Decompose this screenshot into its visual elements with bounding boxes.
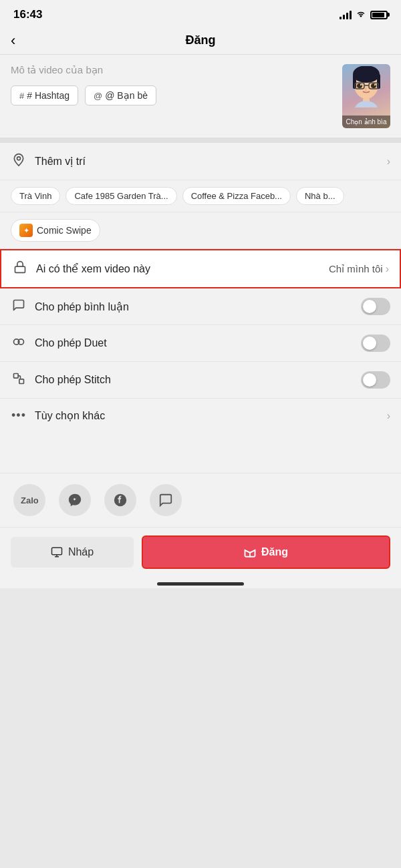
allow-comments-label: Cho phép bình luận [35, 300, 361, 313]
svg-point-7 [357, 83, 362, 88]
add-location-label: Thêm vị trí [35, 155, 387, 168]
post-icon [244, 546, 256, 558]
divider-1 [0, 138, 401, 143]
more-options-row[interactable]: ••• Tùy chọn khác › [0, 399, 401, 433]
svg-point-8 [371, 83, 376, 88]
more-options-label: Tùy chọn khác [35, 409, 387, 422]
status-icons [340, 9, 388, 20]
svg-point-9 [360, 83, 361, 85]
post-button[interactable]: Đăng [142, 535, 390, 569]
comic-swipe-icon: ✦ [19, 224, 33, 237]
hashtag-icon: # [19, 91, 24, 101]
facebook-icon [104, 484, 136, 516]
messenger-icon [59, 484, 91, 516]
thumbnail-image [342, 64, 390, 111]
at-icon: @ [94, 91, 102, 101]
who-can-watch-row[interactable]: Ai có thể xem video này Chỉ mình tôi › [0, 249, 401, 288]
main-content: Mô tả video của bạn # # Hashtag @ @ Bạn … [0, 55, 401, 588]
svg-rect-16 [14, 373, 19, 378]
friends-label: @ Bạn bè [105, 90, 148, 101]
allow-duet-label: Cho phép Duet [35, 337, 361, 349]
comment-icon [11, 298, 27, 315]
messenger-share-button[interactable] [59, 484, 91, 516]
location-section: Thêm vị trí › Trà Vinh Cafe 1985 Garden … [0, 143, 401, 212]
lock-icon [12, 260, 28, 277]
message-icon [150, 484, 182, 516]
duet-icon [11, 335, 27, 352]
svg-text:Zalo: Zalo [21, 495, 38, 505]
hashtag-button[interactable]: # # Hashtag [11, 85, 78, 105]
location-tag-4[interactable]: Nhà b... [296, 187, 344, 205]
svg-point-12 [17, 157, 21, 160]
draft-icon [51, 546, 63, 558]
svg-point-10 [374, 83, 375, 85]
description-left: Mô tả video của bạn # # Hashtag @ @ Bạn … [11, 64, 342, 105]
home-bar [157, 582, 244, 586]
duet-toggle[interactable] [361, 335, 390, 352]
draft-label: Nháp [68, 546, 94, 558]
facebook-share-button[interactable] [104, 484, 136, 516]
location-tag-3[interactable]: Coffee & Pizza Faceb... [182, 187, 291, 205]
svg-point-19 [114, 494, 126, 506]
friends-button[interactable]: @ @ Bạn bè [85, 85, 156, 105]
location-chevron-icon: › [387, 156, 390, 168]
battery-icon [370, 11, 388, 19]
status-bar: 16:43 [0, 0, 401, 27]
comments-toggle[interactable] [361, 298, 390, 315]
svg-rect-17 [19, 379, 24, 383]
signal-icon [340, 10, 352, 19]
more-options-icon: ••• [11, 409, 27, 423]
zalo-icon: Zalo [13, 484, 45, 516]
who-can-watch-label: Ai có thể xem video này [36, 262, 329, 275]
stitch-icon [11, 372, 27, 389]
share-row: Zalo [0, 473, 401, 527]
tag-buttons: # # Hashtag @ @ Bạn bè [11, 85, 342, 105]
page-title: Đăng [186, 33, 216, 47]
allow-stitch-row: Cho phép Stitch [0, 362, 401, 399]
comic-swipe-label: Comic Swipe [37, 225, 92, 236]
allow-stitch-label: Cho phép Stitch [35, 374, 361, 386]
location-tags: Trà Vinh Cafe 1985 Garden Trà... Coffee … [0, 180, 401, 212]
bottom-bar: Nháp Đăng [0, 527, 401, 577]
zalo-share-button[interactable]: Zalo [13, 484, 45, 516]
message-share-button[interactable] [150, 484, 182, 516]
status-time: 16:43 [13, 8, 42, 21]
privacy-chevron-icon: › [386, 263, 389, 275]
more-chevron-icon: › [387, 410, 390, 422]
location-tag-2[interactable]: Cafe 1985 Garden Trà... [65, 187, 176, 205]
thumbnail-label: Chọn ảnh bìa [342, 116, 390, 128]
spacer [0, 433, 401, 473]
allow-duet-row: Cho phép Duet [0, 325, 401, 362]
home-indicator [0, 577, 401, 588]
description-section: Mô tả video của bạn # # Hashtag @ @ Bạn … [0, 55, 401, 138]
effects-section: ✦ Comic Swipe [0, 212, 401, 249]
video-thumbnail[interactable]: Chọn ảnh bìa [342, 64, 390, 128]
comic-swipe-tag[interactable]: ✦ Comic Swipe [11, 219, 100, 242]
stitch-toggle[interactable] [361, 371, 390, 389]
add-location-row[interactable]: Thêm vị trí › [0, 143, 401, 180]
header: ‹ Đăng [0, 27, 401, 55]
location-tag-1[interactable]: Trà Vinh [11, 187, 60, 205]
allow-comments-row: Cho phép bình luận [0, 288, 401, 325]
svg-rect-20 [51, 548, 61, 555]
draft-button[interactable]: Nháp [11, 537, 134, 568]
post-label: Đăng [261, 546, 288, 558]
privacy-value: Chỉ mình tôi [329, 263, 383, 275]
hashtag-label: # Hashtag [27, 90, 70, 101]
svg-point-1 [353, 66, 380, 83]
back-button[interactable]: ‹ [11, 32, 15, 49]
description-placeholder[interactable]: Mô tả video của bạn [11, 64, 342, 76]
svg-rect-13 [15, 266, 25, 272]
location-icon [11, 153, 27, 170]
wifi-icon [356, 9, 366, 20]
